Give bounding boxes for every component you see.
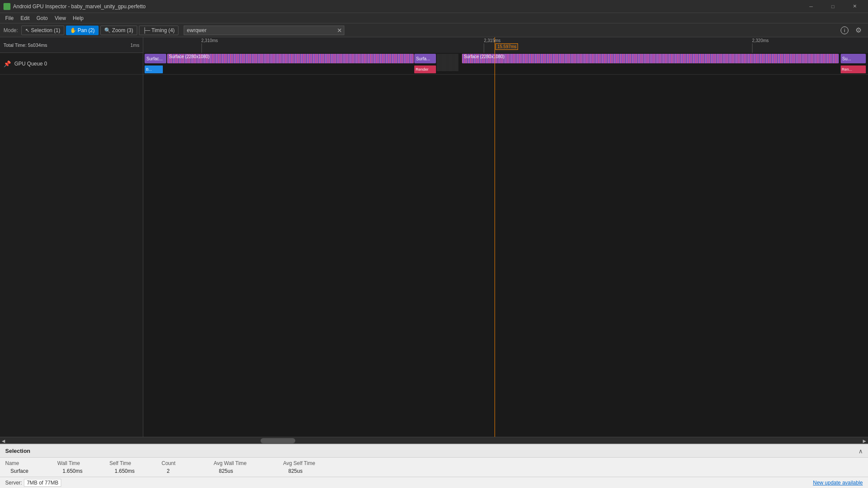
mode-pan-label: Pan (2) (78, 27, 95, 33)
toolbar: Mode: ↖ Selection (1) ✋ Pan (2) 🔍 Zoom (… (0, 23, 868, 37)
info-icon: i (841, 26, 848, 34)
cell-avg-self-time-0: 825us (288, 468, 358, 474)
zoom-icon: 🔍 (104, 27, 111, 33)
time-marker-2310: 2,310ms (201, 37, 218, 43)
server-info: Server: 7MB of 77MB (5, 479, 61, 487)
scroll-left-button[interactable]: ◀ (0, 437, 7, 444)
gpu-track-row-0[interactable]: Surfac... Surface (2280x1080) Surfa... S… (143, 53, 868, 75)
mode-label: Mode: (3, 27, 18, 33)
settings-button[interactable]: ⚙ (852, 24, 865, 36)
timeline-header: Total Time: 5s034ms 1ms 2,310ms 2,315ms … (0, 37, 868, 53)
segment-surface-large-2[interactable]: Surface (2280x1080) (462, 54, 839, 63)
col-header-name: Name (5, 460, 57, 466)
time-marker-line-2310 (201, 43, 202, 53)
selection-panel: Selection ∧ Name Wall Time Self Time Cou… (0, 444, 868, 477)
cell-avg-wall-time-0: 825us (219, 468, 288, 474)
segment-surface-5[interactable]: Su... (841, 54, 866, 63)
col-header-wall-time: Wall Time (57, 460, 109, 466)
pin-icon: 📌 (3, 60, 11, 67)
title-text: Android GPU Inspector - baby_marvel_unit… (13, 3, 146, 10)
selection-panel-header: Selection ∧ (0, 445, 868, 458)
menu-bar: File Edit Goto View Help (0, 13, 868, 23)
selection-table-row-0[interactable]: Surface 1.650ms 1.650ms 2 825us 825us (0, 467, 868, 475)
time-marker-2315: 2,315ms (484, 37, 500, 43)
col-header-avg-self-time: Avg Self Time (283, 460, 353, 466)
mode-selection-label: Selection (1) (31, 27, 60, 33)
timeline-scale[interactable]: 2,310ms 2,315ms 2,320ms 15.597ms (143, 37, 868, 53)
segment-surface-3[interactable]: Surfa... (414, 54, 436, 63)
timing-icon: ├─ (143, 27, 150, 33)
menu-file[interactable]: File (2, 13, 17, 23)
search-box[interactable]: ✕ (184, 26, 344, 35)
menu-goto[interactable]: Goto (33, 13, 51, 23)
window-controls: ─ □ ✕ (801, 0, 865, 13)
cell-name-0: Surface (10, 468, 63, 474)
selection-icon: ↖ (25, 27, 30, 33)
settings-icon: ⚙ (855, 26, 861, 34)
selection-table-header: Name Wall Time Self Time Count Avg Wall … (0, 459, 868, 467)
subsegment-render[interactable]: Render (414, 66, 436, 73)
cursor-marker: 15.597ms (495, 37, 495, 53)
selection-collapse-button[interactable]: ∧ (858, 448, 863, 455)
cell-self-time-0: 1.650ms (115, 468, 167, 474)
stripe-pattern-2 (462, 54, 839, 63)
mode-selection-button[interactable]: ↖ Selection (1) (21, 26, 64, 35)
time-marker-line-2320 (752, 43, 752, 53)
mode-zoom-label: Zoom (3) (112, 27, 133, 33)
title-bar: Android GPU Inspector - baby_marvel_unit… (0, 0, 868, 13)
cell-wall-time-0: 1.650ms (63, 468, 115, 474)
segment-label-surface-large-1: Surface (2280x1080) (169, 54, 209, 59)
cell-count-0: 2 (167, 468, 219, 474)
cursor-line (495, 53, 495, 437)
col-header-self-time: Self Time (109, 460, 162, 466)
mode-timing-label: Timing (4) (152, 27, 175, 33)
menu-help[interactable]: Help (69, 13, 87, 23)
col-header-avg-wall-time: Avg Wall Time (214, 460, 283, 466)
col-header-count: Count (162, 460, 214, 466)
mode-timing-button[interactable]: ├─ Timing (4) (139, 26, 179, 35)
mode-pan-button[interactable]: ✋ Pan (2) (66, 26, 99, 35)
tracks-container: 📌 GPU Queue 0 Surfac... Surface (2280x10… (0, 53, 868, 437)
search-clear-button[interactable]: ✕ (335, 26, 344, 35)
cursor-label: 15.597ms (495, 43, 518, 50)
gap-area (437, 54, 459, 71)
subsegment-ren[interactable]: Ren... (841, 66, 866, 73)
subsegment-b[interactable]: B... (145, 66, 163, 73)
tracks-timeline-area[interactable]: Surfac... Surface (2280x1080) Surfa... S… (143, 53, 868, 437)
h-scrollbar[interactable]: ◀ ▶ (0, 437, 868, 444)
scale-label: 1ms (130, 43, 139, 48)
search-input[interactable] (184, 26, 335, 35)
scrollbar-thumb[interactable] (261, 438, 295, 443)
tracks-label-col: 📌 GPU Queue 0 (0, 53, 143, 437)
selection-title: Selection (5, 448, 30, 454)
mode-zoom-button[interactable]: 🔍 Zoom (3) (100, 26, 137, 35)
time-marker-2320: 2,320ms (752, 37, 769, 43)
selection-table: Name Wall Time Self Time Count Avg Wall … (0, 458, 868, 477)
server-memory: 7MB of 77MB (24, 479, 62, 487)
app-icon (3, 3, 10, 10)
scroll-right-button[interactable]: ▶ (861, 437, 868, 444)
track-row-label-gpu-queue-0: 📌 GPU Queue 0 (0, 53, 143, 75)
minimize-button[interactable]: ─ (801, 0, 821, 13)
main-content: Total Time: 5s034ms 1ms 2,310ms 2,315ms … (0, 37, 868, 444)
info-button[interactable]: i (838, 24, 851, 36)
total-time: Total Time: 5s034ms (3, 43, 47, 48)
time-marker-line-2315 (484, 43, 484, 53)
maximize-button[interactable]: □ (823, 0, 843, 13)
pan-icon: ✋ (70, 27, 76, 33)
menu-view[interactable]: View (51, 13, 69, 23)
close-button[interactable]: ✕ (845, 0, 865, 13)
segment-surface-1[interactable]: Surfac... (145, 54, 166, 63)
title-bar-left: Android GPU Inspector - baby_marvel_unit… (3, 3, 146, 10)
segment-label-surface-large-2: Surface (2280x1080) (464, 54, 504, 59)
timeline-label-col: Total Time: 5s034ms 1ms (0, 37, 143, 52)
update-link[interactable]: New update available (813, 480, 863, 486)
server-label: Server: (5, 480, 22, 486)
menu-edit[interactable]: Edit (17, 13, 33, 23)
track-name: GPU Queue 0 (14, 61, 47, 67)
status-bar: Server: 7MB of 77MB New update available (0, 477, 868, 488)
segment-surface-large-1[interactable]: Surface (2280x1080) (167, 54, 413, 63)
